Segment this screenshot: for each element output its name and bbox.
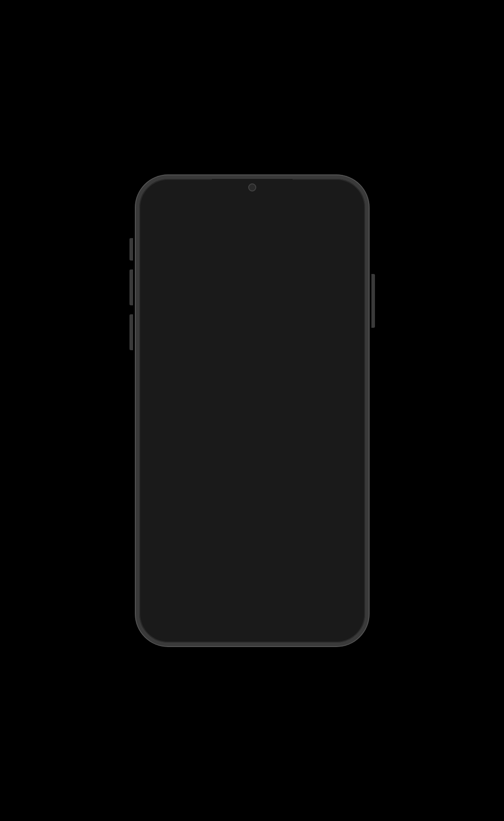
svg-rect-14 [307, 329, 313, 333]
list-item-custom: Dodaj własny przedmiot + [146, 487, 358, 517]
add-btn-dowod[interactable]: + [333, 432, 349, 448]
comment-btn-prawo[interactable] [309, 463, 325, 479]
volume-up-button [129, 269, 133, 305]
section-right-apteczka: 9/14 ⌄ [324, 560, 349, 570]
list-item-prawo: Prawo jazdy + [146, 456, 358, 487]
item-actions-1: + [323, 282, 343, 302]
chevron-down-icon-apteczka: ⌄ [342, 560, 349, 570]
add-button-2[interactable]: + [323, 320, 343, 340]
phone-screen: CZW, 02.07 - ND, 05.07 Mazury 🌡 22° - 25… [139, 179, 365, 643]
comment-button-2[interactable] [300, 320, 319, 340]
tab-label-lista: Lista [171, 621, 182, 627]
checklist-item-2: Maseczka bawełniana + [153, 311, 352, 349]
porady-icon [322, 604, 333, 619]
tab-label-todo: To Do [245, 621, 259, 627]
section-title-apteczka: Apteczka [155, 560, 191, 569]
small-checkbox-dowod[interactable] [155, 433, 169, 447]
section-count-ubrania: 2/7 [328, 531, 338, 539]
section-count-apteczka: 9/14 [324, 561, 338, 569]
section-right-ubrania: 2/7 ⌄ [328, 530, 349, 540]
add-btn-prawo[interactable]: + [333, 463, 349, 479]
item-actions-2: + [300, 320, 343, 340]
tab-porady[interactable]: Porady [290, 604, 365, 627]
chevron-down-icon-ubrania: ⌄ [342, 530, 349, 540]
section-apteczka[interactable]: Apteczka 9/14 ⌄ [146, 552, 358, 578]
list-item-dowod: Dowód osobisty + [146, 425, 358, 456]
volume-down-button [129, 314, 133, 350]
item-text-2: Maseczka bawełniana [186, 324, 293, 336]
section-ubrania[interactable]: Ubrania 2/7 ⌄ [146, 522, 358, 548]
svg-marker-12 [343, 215, 365, 251]
svg-rect-21 [172, 606, 181, 616]
checklist-item-1: Żel antybakteryjny + [153, 273, 352, 311]
list-item-text-dowod: Dowód osobisty [175, 435, 327, 444]
section-title-ubrania: Ubrania [155, 530, 185, 540]
tab-label-porady: Porady [319, 621, 336, 627]
lista-icon [171, 604, 183, 619]
svg-rect-26 [248, 606, 257, 616]
dokumenty-section: Dowód osobisty + Prawo jazdy [146, 425, 358, 517]
tab-lista[interactable]: Lista [139, 604, 215, 627]
phone-wrapper: CZW, 02.07 - ND, 05.07 Mazury 🌡 22° - 25… [136, 175, 369, 646]
checklist-overlay: Żel antybakteryjny + Maseczka bawełniana [153, 273, 352, 349]
power-button [371, 274, 375, 328]
svg-rect-29 [323, 606, 332, 616]
add-btn-custom[interactable]: + [333, 494, 349, 510]
tab-todo[interactable]: To Do [215, 604, 290, 627]
volume-silent-button [129, 238, 133, 261]
checkbox-1[interactable] [162, 283, 179, 300]
items-section: Dowód osobisty + Prawo jazdy [139, 425, 365, 517]
small-checkbox-prawo[interactable] [155, 464, 169, 478]
list-item-text-prawo: Prawo jazdy [175, 466, 302, 475]
add-button-1[interactable]: + [323, 282, 343, 302]
todo-icon [246, 604, 258, 619]
svg-rect-18 [315, 470, 319, 473]
list-item-text-custom: Dodaj własny przedmiot [155, 497, 327, 506]
tab-bar: Lista To Do [139, 598, 365, 643]
cloud-1 [166, 192, 207, 206]
cloud-2 [229, 190, 260, 200]
item-text-1: Żel antybakteryjny [186, 286, 316, 298]
checkbox-2[interactable] [162, 321, 179, 339]
main-content: Dowód osobisty + Prawo jazdy [139, 421, 365, 578]
